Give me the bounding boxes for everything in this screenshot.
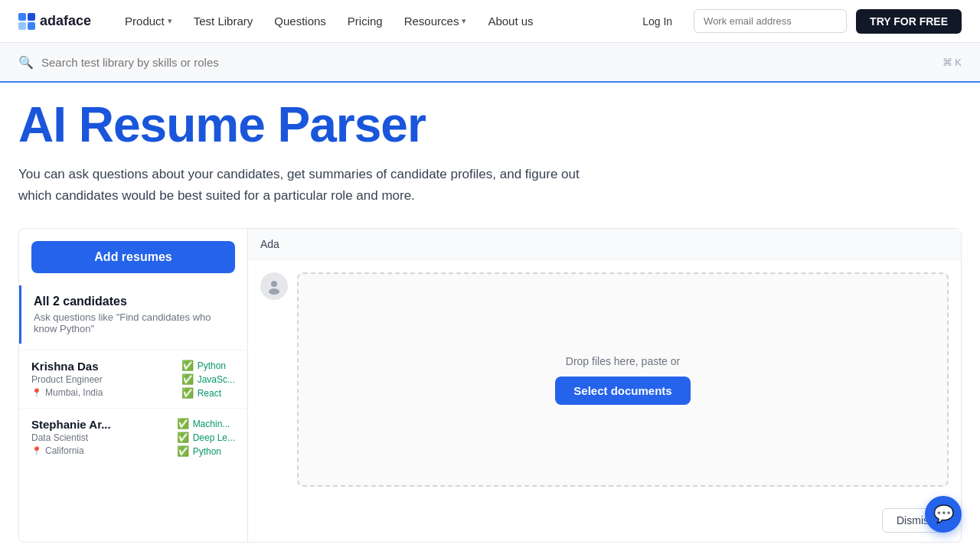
nav-label-product: Product [125,15,165,28]
bottom-panel: Add resumes All 2 candidates Ask questio… [18,228,962,543]
candidate-location-stephanie: 📍 California [31,445,177,456]
check-icon: ✅ [177,418,189,429]
svg-rect-2 [18,22,26,30]
check-icon: ✅ [181,360,194,371]
live-chat-button[interactable]: 💬 [925,496,962,533]
skill-badge: ✅ Python [181,360,235,371]
candidate-info-krishna: Krishna Das Product Engineer 📍 Mumbai, I… [31,360,181,399]
bot-avatar [260,272,288,300]
nav-item-test-library[interactable]: Test Library [185,10,263,32]
all-candidates-section: All 2 candidates Ask questions like "Fin… [19,285,247,344]
try-for-free-button[interactable]: TRY FOR FREE [856,9,962,34]
candidate-item-stephanie[interactable]: Stephanie Ar... Data Scientist 📍 Califor… [19,408,247,466]
skill-badge: ✅ React [181,387,235,399]
chevron-down-icon-resources: ▾ [462,16,466,26]
search-input[interactable] [41,56,942,69]
check-icon: ✅ [177,432,189,443]
check-icon: ✅ [181,373,194,385]
svg-rect-0 [18,13,26,21]
chat-body: Drop files here, paste or Select documen… [248,260,961,499]
email-field[interactable] [694,9,847,33]
candidate-skills-krishna: ✅ Python ✅ JavaSc... ✅ React [181,360,235,399]
logo-icon [18,13,35,30]
skill-badge: ✅ Deep Le... [177,432,235,443]
upload-text: Drop files here, paste or [566,355,680,367]
skill-badge: ✅ JavaSc... [181,373,235,385]
select-documents-button[interactable]: Select documents [555,377,690,405]
nav-label-resources: Resources [404,15,459,28]
chat-header-label: Ada [260,238,279,250]
nav-label-pricing: Pricing [348,15,383,28]
candidate-skills-stephanie: ✅ Machin... ✅ Deep Le... ✅ Python [177,418,235,457]
skill-badge: ✅ Machin... [177,418,235,429]
candidate-row-krishna: Krishna Das Product Engineer 📍 Mumbai, I… [31,360,235,399]
check-icon: ✅ [177,445,189,457]
svg-point-5 [269,289,279,295]
chat-icon: 💬 [933,504,954,524]
all-candidates-title: All 2 candidates [34,295,235,308]
skill-badge: ✅ Python [177,445,235,457]
location-icon-stephanie: 📍 [31,446,42,456]
login-button[interactable]: Log In [630,10,684,33]
candidate-role-stephanie: Data Scientist [31,432,177,443]
chat-header: Ada [248,229,961,260]
logo[interactable]: adaface [18,13,91,30]
main-content: AI Resume Parser You can ask questions a… [0,83,980,551]
svg-rect-1 [28,13,35,21]
search-bar: 🔍 ⌘ K [0,43,980,83]
candidate-name-stephanie: Stephanie Ar... [31,418,177,431]
candidate-name-krishna: Krishna Das [31,360,181,373]
nav-actions: Log In TRY FOR FREE [630,9,962,34]
check-icon: ✅ [181,387,194,399]
nav-item-pricing[interactable]: Pricing [338,10,392,32]
candidate-row-stephanie: Stephanie Ar... Data Scientist 📍 Califor… [31,418,235,457]
logo-text: adaface [40,13,91,29]
candidate-item-krishna[interactable]: Krishna Das Product Engineer 📍 Mumbai, I… [19,350,247,408]
all-candidates-desc: Ask questions like "Find candidates who … [34,311,235,334]
nav-label-about-us: About us [488,15,533,28]
candidates-sidebar: Add resumes All 2 candidates Ask questio… [18,228,248,543]
location-icon-krishna: 📍 [31,388,42,398]
upload-area[interactable]: Drop files here, paste or Select documen… [297,272,949,487]
nav-label-test-library: Test Library [194,15,253,28]
nav-item-questions[interactable]: Questions [265,10,335,32]
candidate-role-krishna: Product Engineer [31,374,181,385]
chevron-down-icon: ▾ [168,16,172,26]
candidate-info-stephanie: Stephanie Ar... Data Scientist 📍 Califor… [31,418,177,457]
chat-panel: Ada Drop files here, paste or Select doc… [248,228,962,543]
svg-point-4 [271,281,277,287]
chat-footer: Dismiss [248,499,961,542]
search-shortcut: ⌘ K [942,57,962,68]
navbar: adaface Product ▾ Test Library Questions… [0,0,980,43]
search-icon: 🔍 [18,55,34,70]
nav-item-resources[interactable]: Resources ▾ [395,10,476,32]
nav-item-about-us[interactable]: About us [479,10,542,32]
nav-items: Product ▾ Test Library Questions Pricing… [116,10,630,32]
svg-rect-3 [28,22,35,30]
candidate-location-krishna: 📍 Mumbai, India [31,387,181,398]
hero-description: You can ask questions about your candida… [18,164,600,207]
add-resumes-button[interactable]: Add resumes [31,241,235,273]
nav-item-product[interactable]: Product ▾ [116,10,181,32]
hero-title: AI Resume Parser [18,98,962,152]
nav-label-questions: Questions [274,15,326,28]
